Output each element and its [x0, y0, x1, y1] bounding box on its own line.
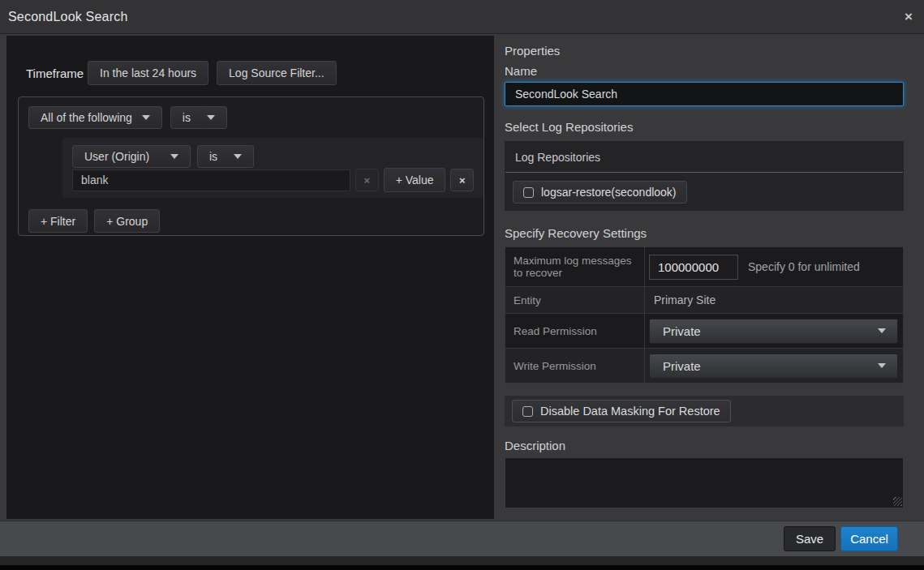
chevron-down-icon — [878, 363, 886, 368]
filter-rule-row: User (Origin) is — [72, 145, 474, 168]
dialog-footer: Save Cancel — [0, 521, 924, 556]
chevron-down-icon — [142, 115, 150, 120]
table-row-entity: Entity Primary Site — [505, 287, 903, 314]
description-wrap — [505, 457, 904, 508]
write-permission-dropdown[interactable]: Private — [649, 354, 898, 379]
recovery-section-label: Specify Recovery Settings — [505, 226, 904, 240]
write-permission-value: Private — [663, 359, 701, 373]
rule-field-dropdown[interactable]: User (Origin) — [72, 145, 191, 168]
filter-group-box: All of the following is User (Origin) is — [18, 96, 484, 236]
remove-icon: × — [364, 174, 371, 186]
recovery-settings-table: Maximum log messages to recover Specify … — [505, 246, 904, 384]
group-operator-dropdown[interactable]: All of the following — [28, 106, 162, 129]
chevron-down-icon — [234, 154, 242, 159]
max-messages-input[interactable] — [649, 255, 738, 280]
dialog-bottom-edge — [0, 556, 924, 565]
chevron-down-icon — [878, 328, 886, 333]
remove-icon: × — [459, 174, 466, 186]
name-label: Name — [505, 64, 904, 78]
timeframe-label: Timeframe — [26, 66, 88, 80]
group-operator-value: All of the following — [41, 111, 132, 124]
entity-value: Primary Site — [649, 294, 716, 306]
repository-item-label: logsar-restore(secondlook) — [541, 186, 677, 199]
rule-condition-dropdown[interactable]: is — [197, 145, 254, 168]
save-button[interactable]: Save — [784, 526, 836, 551]
checkbox-icon — [522, 406, 533, 417]
disable-data-masking-label: Disable Data Masking For Restore — [540, 405, 720, 418]
disable-data-masking-checkbox[interactable]: Disable Data Masking For Restore — [512, 400, 731, 422]
remove-filter-button[interactable]: × — [450, 169, 474, 191]
description-textarea[interactable] — [505, 457, 904, 508]
remove-value-button[interactable]: × — [355, 169, 379, 191]
table-row-read-permission: Read Permission Private — [505, 314, 903, 349]
max-messages-label: Maximum log messages to recover — [505, 247, 645, 286]
entity-label: Entity — [505, 287, 645, 313]
timeframe-button[interactable]: In the last 24 hours — [88, 61, 208, 85]
add-filter-button[interactable]: + Filter — [28, 209, 88, 233]
group-condition-dropdown[interactable]: is — [170, 106, 227, 129]
filter-group-row: All of the following is — [28, 106, 474, 129]
table-row-write-permission: Write Permission Private — [505, 349, 903, 384]
checkbox-icon — [523, 187, 534, 198]
log-repositories-panel: Log Repositories logsar-restore(secondlo… — [505, 141, 904, 211]
timeframe-row: Timeframe In the last 24 hours Log Sourc… — [26, 61, 481, 85]
log-repositories-title: Log Repositories — [505, 141, 903, 173]
chevron-down-icon — [170, 154, 178, 159]
chevron-down-icon — [207, 115, 215, 120]
rule-value-input[interactable] — [72, 169, 350, 191]
description-label: Description — [505, 439, 904, 452]
read-permission-value: Private — [663, 324, 701, 338]
background-strip — [0, 565, 924, 570]
write-permission-label: Write Permission — [505, 349, 645, 383]
add-buttons-row: + Filter + Group — [28, 209, 474, 233]
cancel-button[interactable]: Cancel — [840, 526, 898, 551]
rule-condition-value: is — [209, 150, 217, 163]
filter-value-row: × + Value × — [72, 168, 474, 192]
search-criteria-panel: Timeframe In the last 24 hours Log Sourc… — [6, 36, 494, 519]
read-permission-label: Read Permission — [505, 314, 645, 348]
log-source-filter-button[interactable]: Log Source Filter... — [217, 61, 337, 85]
repository-checkbox-item[interactable]: logsar-restore(secondlook) — [513, 181, 687, 204]
dialog-titlebar: SecondLook Search × — [0, 0, 924, 34]
read-permission-dropdown[interactable]: Private — [649, 319, 898, 344]
close-icon[interactable]: × — [905, 10, 913, 24]
add-group-button[interactable]: + Group — [94, 209, 160, 233]
name-input[interactable] — [505, 82, 904, 106]
dialog-title: SecondLook Search — [8, 10, 128, 24]
data-masking-strip: Disable Data Masking For Restore — [505, 396, 904, 426]
properties-section-label: Properties — [505, 44, 904, 58]
max-messages-hint: Specify 0 for unlimited — [748, 260, 860, 273]
table-row-max-messages: Maximum log messages to recover Specify … — [505, 247, 903, 287]
properties-panel: Properties Name Select Log Repositories … — [505, 44, 904, 508]
filter-rule-box: User (Origin) is × + Value × — [62, 138, 483, 198]
add-value-button[interactable]: + Value — [384, 168, 446, 192]
repositories-section-label: Select Log Repositories — [505, 120, 904, 134]
group-condition-value: is — [183, 111, 191, 124]
rule-field-value: User (Origin) — [84, 150, 149, 163]
